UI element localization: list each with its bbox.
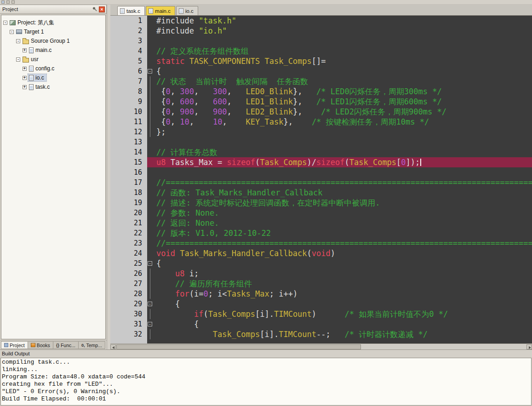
tree-item-task-c[interactable]: task.c — [28, 83, 52, 91]
toolbar-icon[interactable] — [6, 0, 10, 4]
tree-expander[interactable]: - — [16, 39, 20, 43]
line-number[interactable]: 10 — [110, 107, 147, 117]
code-line-22[interactable]: 22// 版本: V1.0, 2012-10-22 — [110, 228, 532, 238]
tree-expander[interactable]: - — [3, 21, 7, 25]
code-line-7[interactable]: 7// 状态 当前计时 触发间隔 任务函数 — [110, 76, 532, 86]
bottom-tab-books[interactable]: Books — [28, 341, 53, 349]
code-line-13[interactable]: 13 — [110, 137, 532, 147]
line-number[interactable]: 22 — [110, 228, 147, 238]
code-line-14[interactable]: 14// 计算任务总数 — [110, 147, 532, 157]
code-line-27[interactable]: 27 // 遍历所有任务组件 — [110, 279, 532, 289]
code-line-23[interactable]: 23//====================================… — [110, 238, 532, 248]
line-number[interactable]: 24 — [110, 248, 147, 258]
code-line-3[interactable]: 3 — [110, 36, 532, 46]
tree-expander[interactable]: - — [10, 30, 14, 34]
code-line-10[interactable]: 10 {0, 900, 900, LED2_Blink}, /* LED2闪烁任… — [110, 107, 532, 117]
scrollbar-thumb[interactable] — [116, 344, 361, 349]
line-number[interactable]: 21 — [110, 218, 147, 228]
pin-icon[interactable] — [92, 6, 97, 12]
line-number[interactable]: 6 — [110, 66, 147, 76]
code-line-28[interactable]: 28 for(i=0; i<Tasks_Max; i++) — [110, 289, 532, 299]
code-line-25[interactable]: 25-{ — [110, 258, 532, 269]
code-line-12[interactable]: 12}; — [110, 127, 532, 137]
fold-margin[interactable]: - — [147, 299, 154, 309]
line-number[interactable]: 26 — [110, 269, 147, 279]
fold-collapse-icon[interactable]: - — [148, 322, 152, 326]
toolbar-icon[interactable] — [1, 0, 5, 4]
editor-tab-main-c[interactable]: main.c — [146, 6, 175, 15]
line-number[interactable]: 1 — [110, 16, 147, 26]
line-number[interactable]: 4 — [110, 46, 147, 56]
code-line-26[interactable]: 26 u8 i; — [110, 269, 532, 279]
bottom-tab-func[interactable]: {}Func... — [53, 341, 79, 349]
code-line-17[interactable]: 17//====================================… — [110, 177, 532, 188]
fold-margin[interactable]: - — [147, 66, 154, 76]
panel-splitter[interactable] — [107, 5, 110, 349]
code-line-29[interactable]: 29- { — [110, 299, 532, 309]
code-line-32[interactable]: 32 Task_Comps[i].TIMCount--; /* 计时器计数递减 … — [110, 329, 532, 339]
fold-margin[interactable]: - — [147, 319, 154, 329]
line-number[interactable]: 31 — [110, 319, 147, 329]
line-number[interactable]: 12 — [110, 127, 147, 137]
line-number[interactable]: 28 — [110, 289, 147, 299]
bottom-tab-temp[interactable]: 0,Temp... — [79, 341, 105, 349]
line-number[interactable]: 13 — [110, 137, 147, 147]
code-line-24[interactable]: 24void Task_Marks_Handler_Callback(void) — [110, 248, 532, 258]
line-number[interactable]: 7 — [110, 76, 147, 86]
code-line-4[interactable]: 4// 定义系统任务组件数组 — [110, 46, 532, 56]
toolbar-icon[interactable] — [11, 0, 15, 4]
tree-item-config-c[interactable]: config.c — [28, 65, 57, 72]
fold-margin[interactable]: - — [147, 258, 154, 269]
editor-code[interactable]: 1#include "task.h"2#include "io.h"34// 定… — [110, 16, 532, 343]
tree-expander[interactable]: + — [23, 85, 27, 89]
line-number[interactable]: 3 — [110, 36, 147, 46]
code-line-8[interactable]: 8 {0, 300, 300, LED0_Blink}, /* LED0闪烁任务… — [110, 86, 532, 97]
line-number[interactable]: 32 — [110, 329, 147, 339]
code-line-21[interactable]: 21// 返回: None. — [110, 218, 532, 228]
line-number[interactable]: 11 — [110, 117, 147, 127]
tree-item-project[interactable]: Project: 第八集 — [9, 18, 57, 27]
line-number[interactable]: 30 — [110, 309, 147, 319]
fold-collapse-icon[interactable]: - — [148, 261, 152, 266]
fold-collapse-icon[interactable]: - — [148, 302, 152, 306]
tree-item-main-c[interactable]: main.c — [28, 46, 54, 54]
code-line-16[interactable]: 16 — [110, 167, 532, 177]
editor-tab-task-c[interactable]: task.c — [117, 6, 145, 15]
line-number[interactable]: 29 — [110, 299, 147, 309]
code-line-11[interactable]: 11 {0, 10, 10, KEY_Task}, /* 按键检测任务，周期10… — [110, 117, 532, 127]
line-number[interactable]: 15 — [110, 157, 147, 167]
line-number[interactable]: 19 — [110, 198, 147, 208]
code-line-18[interactable]: 18// 函数: Task_Marks_Handler_Callback — [110, 188, 532, 198]
code-line-20[interactable]: 20// 参数: None. — [110, 208, 532, 218]
tree-item-target-1[interactable]: Target 1 — [15, 28, 46, 35]
line-number[interactable]: 25 — [110, 258, 147, 269]
line-number[interactable]: 23 — [110, 238, 147, 248]
tree-item-io-c[interactable]: io.c — [28, 74, 46, 81]
code-line-30[interactable]: 30 if(Task_Comps[i].TIMCount) /* 如果当前计时值… — [110, 309, 532, 319]
code-line-15[interactable]: 15u8 Tasks_Max = sizeof(Task_Comps)/size… — [110, 157, 532, 167]
line-number[interactable]: 2 — [110, 26, 147, 36]
line-number[interactable]: 8 — [110, 86, 147, 97]
horizontal-scrollbar[interactable] — [110, 343, 532, 349]
line-number[interactable]: 18 — [110, 188, 147, 198]
tree-item-source-group-1[interactable]: Source Group 1 — [22, 37, 72, 45]
tree-expander[interactable]: + — [23, 48, 27, 52]
line-number[interactable]: 17 — [110, 177, 147, 188]
build-output-body[interactable]: compiling task.c...linking...Program Siz… — [0, 358, 532, 406]
code-line-19[interactable]: 19// 描述: 系统定时标记处理回调函数，在定时器中断中被调用. — [110, 198, 532, 208]
line-number[interactable]: 20 — [110, 208, 147, 218]
code-line-1[interactable]: 1#include "task.h" — [110, 16, 532, 26]
code-line-9[interactable]: 9 {0, 600, 600, LED1_Blink}, /* LED1闪烁任务… — [110, 97, 532, 107]
code-line-31[interactable]: 31- { — [110, 319, 532, 329]
line-number[interactable]: 14 — [110, 147, 147, 157]
tree-item-usr[interactable]: usr — [22, 56, 41, 63]
line-number[interactable]: 27 — [110, 279, 147, 289]
code-line-6[interactable]: 6-{ — [110, 66, 532, 76]
bottom-tab-project[interactable]: Project — [1, 341, 28, 349]
fold-collapse-icon[interactable]: - — [148, 69, 152, 74]
tree-expander[interactable]: + — [23, 76, 27, 80]
code-line-2[interactable]: 2#include "io.h" — [110, 26, 532, 36]
line-number[interactable]: 16 — [110, 167, 147, 177]
scroll-right-arrow[interactable] — [526, 344, 532, 349]
tree-expander[interactable]: - — [16, 57, 20, 62]
